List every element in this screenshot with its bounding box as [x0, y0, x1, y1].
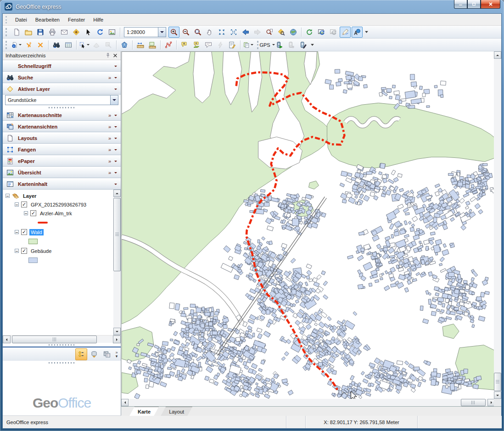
- zoom-in-button[interactable]: [168, 27, 179, 38]
- gps-menu-button[interactable]: GPS: [262, 39, 273, 50]
- scroll-left-button[interactable]: [121, 399, 129, 406]
- layer-checkbox[interactable]: ✓: [21, 202, 27, 207]
- scroll-down-button[interactable]: [113, 328, 121, 335]
- add-data-button[interactable]: [71, 27, 82, 38]
- sketch-tool-button[interactable]: [340, 27, 351, 38]
- tab-karte[interactable]: Karte: [129, 407, 159, 416]
- collapse-icon[interactable]: [15, 230, 19, 234]
- expand-more-icon[interactable]: »: [108, 135, 111, 141]
- zoom-selection-button[interactable]: [276, 27, 287, 38]
- map-canvas[interactable]: [121, 51, 495, 399]
- menu-fenster[interactable]: Fenster: [64, 15, 89, 24]
- expand-more-icon[interactable]: »: [108, 158, 111, 164]
- panel-fangen[interactable]: Fangen»: [3, 144, 121, 155]
- scroll-left-button[interactable]: [3, 336, 11, 343]
- map-horizontal-scrollbar[interactable]: [121, 399, 495, 406]
- scroll-up-button[interactable]: [494, 51, 501, 59]
- pan-button[interactable]: [204, 27, 215, 38]
- tab-layout[interactable]: Layout: [161, 407, 192, 416]
- chevron-down-icon[interactable]: [110, 95, 118, 105]
- zoom-out-button[interactable]: [180, 27, 191, 38]
- chevron-down-icon[interactable]: [114, 89, 117, 91]
- chevron-down-icon[interactable]: [114, 184, 117, 186]
- scroll-up-button[interactable]: [113, 190, 121, 197]
- gps-start-button[interactable]: [274, 39, 285, 50]
- tree-horizontal-scrollbar[interactable]: [3, 335, 121, 343]
- scroll-right-button[interactable]: [113, 336, 121, 343]
- print-button[interactable]: [47, 27, 58, 38]
- chevron-down-icon[interactable]: [158, 28, 166, 37]
- panel-kartenausschnitte[interactable]: Kartenausschnitte»: [3, 109, 121, 121]
- splitter-handle[interactable]: [3, 343, 121, 347]
- search-button[interactable]: [51, 39, 62, 50]
- map-vscrollbar-thumb[interactable]: [494, 373, 501, 391]
- legend-view-button[interactable]: [75, 348, 87, 360]
- chevron-down-icon[interactable]: [114, 161, 117, 163]
- attribute-table-button[interactable]: [63, 39, 74, 50]
- layer-checkbox[interactable]: ✓: [30, 210, 36, 216]
- labeling-button[interactable]: [352, 27, 363, 38]
- edit-vertices-button[interactable]: [163, 39, 174, 50]
- scale-combo[interactable]: 1:28000: [124, 27, 166, 37]
- panel-karteninhalt[interactable]: Karteninhalt: [3, 178, 121, 190]
- panel-bersicht[interactable]: Übersicht»: [3, 167, 121, 178]
- refresh-button[interactable]: [95, 27, 106, 38]
- gps-overflow-button[interactable]: [309, 39, 315, 50]
- minimize-button[interactable]: [454, 0, 467, 9]
- panel-epaper[interactable]: ePaper»: [3, 155, 121, 167]
- flash-button[interactable]: [215, 39, 226, 50]
- chevron-down-icon[interactable]: [114, 115, 117, 118]
- collapse-icon[interactable]: [6, 194, 10, 198]
- layer-label[interactable]: Gebäude: [29, 248, 53, 254]
- chevron-down-icon[interactable]: [114, 66, 117, 68]
- tree-row-wald[interactable]: ✓Wald: [3, 228, 113, 236]
- expand-more-icon[interactable]: »: [108, 112, 111, 118]
- layer-label[interactable]: GPX_201252993626793: [29, 202, 88, 208]
- expand-more-icon[interactable]: »: [108, 75, 111, 80]
- fixed-zoom-in-button[interactable]: [216, 27, 227, 38]
- send-mail-button[interactable]: [59, 27, 70, 38]
- expand-more-icon[interactable]: »: [108, 147, 111, 152]
- panel-schnellzugriff[interactable]: Schnellzugriff: [3, 60, 121, 72]
- callout-button[interactable]: [203, 39, 214, 50]
- pin-icon[interactable]: [104, 52, 112, 59]
- open-button[interactable]: [23, 27, 34, 38]
- restore-button[interactable]: [467, 0, 481, 9]
- identify-button[interactable]: [11, 39, 22, 50]
- tree-row-gebude[interactable]: ✓Gebäude: [3, 246, 113, 255]
- save-button[interactable]: [35, 27, 46, 38]
- move-graphics-button[interactable]: [91, 39, 102, 50]
- label-layer-button[interactable]: [191, 39, 202, 50]
- chevron-down-icon[interactable]: [114, 138, 117, 140]
- tree-row-layer[interactable]: Layer: [3, 191, 113, 200]
- splitter-handle[interactable]: [3, 106, 121, 109]
- zoom-previous-button[interactable]: [264, 27, 275, 38]
- menu-hilfe[interactable]: Hilfe: [89, 15, 107, 24]
- layer-label[interactable]: Wald: [29, 229, 44, 235]
- edit-geometry-button[interactable]: [119, 39, 130, 50]
- select-graphics-button[interactable]: [79, 39, 90, 50]
- new-map-button[interactable]: [11, 27, 22, 38]
- tree-scrollbar-thumb[interactable]: [113, 198, 121, 271]
- collapse-icon[interactable]: [15, 249, 19, 253]
- measure-length-button[interactable]: [135, 39, 146, 50]
- fixed-zoom-out-button[interactable]: [228, 27, 239, 38]
- redraw-button[interactable]: [316, 27, 327, 38]
- panel-suche[interactable]: Suche»: [3, 72, 121, 83]
- close-button[interactable]: [481, 0, 500, 9]
- layer-label[interactable]: Arzler-Alm_trk: [39, 210, 73, 217]
- collapse-icon[interactable]: [24, 211, 28, 215]
- tree-row-gpx201252993626793[interactable]: ✓GPX_201252993626793: [3, 200, 113, 209]
- chevron-down-icon[interactable]: [114, 126, 117, 129]
- clip-graphics-button[interactable]: [103, 39, 114, 50]
- expand-more-icon[interactable]: »: [108, 170, 111, 175]
- map-hsc rollbar-thumb[interactable]: [461, 399, 486, 406]
- export-image-button[interactable]: [106, 27, 118, 38]
- toolbar1-overflow-button[interactable]: [364, 27, 370, 38]
- splitter-handle[interactable]: [3, 361, 121, 364]
- scroll-down-button[interactable]: [494, 392, 501, 399]
- forward-button[interactable]: [252, 27, 263, 38]
- tree-row-arzleralmtrk[interactable]: ✓Arzler-Alm_trk: [3, 209, 113, 218]
- titlebar[interactable]: GeoOffice express: [0, 0, 504, 13]
- full-extent-button[interactable]: [288, 27, 299, 38]
